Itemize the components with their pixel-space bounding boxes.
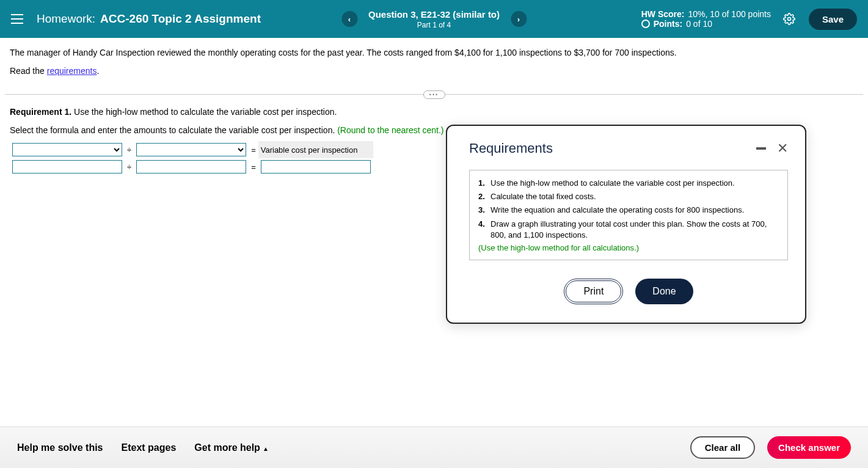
minimize-icon[interactable] <box>756 147 766 150</box>
requirements-box: 1.Use the high-low method to calculate t… <box>469 170 788 260</box>
get-more-help-link[interactable]: Get more help▲ <box>194 442 268 453</box>
hw-score-label: HW Score: <box>641 9 685 19</box>
divide-symbol: ÷ <box>125 141 134 158</box>
requirements-modal: Requirements ✕ 1.Use the high-low method… <box>446 125 806 324</box>
equals-symbol-2: = <box>249 158 258 175</box>
prev-question-button[interactable]: ‹ <box>341 11 357 27</box>
formula-result-input[interactable] <box>261 160 371 174</box>
divider-handle-icon[interactable]: ••• <box>423 90 445 99</box>
check-answer-button[interactable]: Check answer <box>767 436 851 459</box>
round-note: (Round to the nearest cent.) <box>337 125 443 135</box>
svg-point-0 <box>787 18 790 21</box>
points-label: Points: <box>654 19 682 29</box>
problem-statement: The manager of Handy Car Inspection revi… <box>0 38 868 94</box>
formula-select-1[interactable] <box>12 143 122 156</box>
homework-title: ACC-260 Topic 2 Assignment <box>100 12 261 26</box>
footer-bar: Help me solve this Etext pages Get more … <box>0 426 868 468</box>
done-button[interactable]: Done <box>635 279 693 304</box>
help-solve-link[interactable]: Help me solve this <box>17 442 103 453</box>
gear-icon[interactable] <box>783 13 795 25</box>
question-info: Question 3, E21-32 (similar to) Part 1 o… <box>368 9 500 29</box>
points-circle-icon <box>641 20 650 28</box>
requirement-item: 2.Calculate the total fixed costs. <box>478 191 779 202</box>
print-button[interactable]: Print <box>564 279 623 304</box>
divider: ••• <box>5 94 863 95</box>
formula-input-2[interactable] <box>136 160 246 174</box>
app-header: Homework: ACC-260 Topic 2 Assignment ‹ Q… <box>0 0 868 38</box>
divide-symbol-2: ÷ <box>125 158 134 175</box>
homework-label: Homework: <box>37 12 95 26</box>
read-requirements: Read the requirements. <box>10 66 858 76</box>
points-value: 0 of 10 <box>686 19 712 29</box>
question-part: Part 1 of 4 <box>368 21 500 29</box>
menu-icon[interactable] <box>11 12 26 26</box>
clear-all-button[interactable]: Clear all <box>690 436 755 459</box>
requirement-heading: Requirement 1. Use the high-low method t… <box>10 107 858 117</box>
requirement-item: 3.Write the equation and calculate the o… <box>478 205 779 216</box>
question-title: Question 3, E21-32 (similar to) <box>368 9 500 20</box>
formula-input-1[interactable] <box>12 160 122 174</box>
next-question-button[interactable]: › <box>511 11 527 27</box>
modal-header: Requirements ✕ <box>469 141 788 156</box>
problem-text: The manager of Handy Car Inspection revi… <box>10 48 858 57</box>
score-block: HW Score: 10%, 10 of 100 points Points: … <box>641 9 771 29</box>
formula-select-2[interactable] <box>136 143 246 156</box>
etext-pages-link[interactable]: Etext pages <box>122 442 177 453</box>
close-icon[interactable]: ✕ <box>777 141 788 156</box>
requirements-note: (Use the high-low method for all calcula… <box>478 243 779 252</box>
equals-symbol: = <box>249 141 258 158</box>
question-nav: ‹ Question 3, E21-32 (similar to) Part 1… <box>341 9 527 29</box>
requirements-link[interactable]: requirements <box>47 66 97 76</box>
result-label: Variable cost per inspection <box>258 141 373 158</box>
requirement-item: 1.Use the high-low method to calculate t… <box>478 178 779 189</box>
formula-table: ÷ = Variable cost per inspection ÷ = <box>10 141 373 175</box>
requirement-item: 4.Draw a graph illustrating your total c… <box>478 219 779 241</box>
modal-actions: Print Done <box>469 279 788 304</box>
caret-up-icon: ▲ <box>263 445 269 452</box>
modal-title: Requirements <box>469 141 553 156</box>
hw-score-value: 10%, 10 of 100 points <box>688 9 771 19</box>
save-button[interactable]: Save <box>809 9 857 30</box>
